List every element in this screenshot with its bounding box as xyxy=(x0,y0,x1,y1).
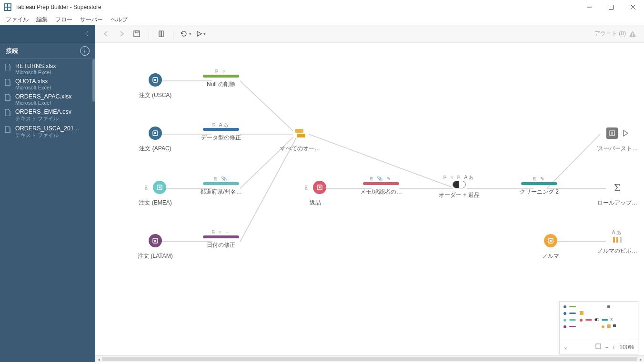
sidebar-collapse-button[interactable]: 〈 xyxy=(0,25,95,43)
window-close-button[interactable] xyxy=(622,0,644,14)
join-icon xyxy=(453,181,466,188)
connections-list: RETURNS.xlsxMicrosoft Excel QUOTA.xlsxMi… xyxy=(0,59,95,144)
clean-step-bar xyxy=(203,75,239,78)
connection-type: テキスト ファイル xyxy=(15,132,80,139)
node-input-orders-latam[interactable]: 注文 (LATAM) xyxy=(131,232,179,260)
node-label: 注文 (USCA) xyxy=(131,91,179,99)
node-label: 注文 (LATAM) xyxy=(131,252,179,260)
svg-rect-39 xyxy=(154,240,156,242)
node-clean-fix-date[interactable]: ⎘ ▽ ⋯ 日付の修正 xyxy=(197,229,245,249)
datasource-icon xyxy=(544,234,557,247)
node-label: 注文 (APAC) xyxy=(131,145,179,153)
connections-header: 接続 xyxy=(6,47,18,55)
minimap-collapse-button[interactable]: ⌄ xyxy=(564,344,568,350)
connection-item[interactable]: QUOTA.xlsxMicrosoft Excel xyxy=(0,77,95,92)
run-output-icon[interactable] xyxy=(623,130,628,137)
clean-step-bar xyxy=(363,182,399,185)
svg-rect-36 xyxy=(319,186,321,188)
forward-button[interactable] xyxy=(115,28,128,40)
connections-sidebar: 〈 接続 + RETURNS.xlsxMicrosoft Excel QUOTA… xyxy=(0,25,95,362)
svg-rect-42 xyxy=(613,237,615,243)
main-area: ▾ ▾ アラート (0) xyxy=(95,25,644,362)
svg-rect-10 xyxy=(632,33,633,35)
svg-rect-41 xyxy=(550,240,552,242)
node-label: 日付の修正 xyxy=(197,241,245,249)
refresh-button[interactable]: ▾ xyxy=(179,28,191,40)
step-changes-icon: ⎘ ▽ xyxy=(197,68,245,74)
step-changes-icon: ⎘ 📎 ✎ xyxy=(357,176,405,182)
node-input-quota[interactable]: ノルマ xyxy=(527,232,574,260)
toolbar-separator xyxy=(149,29,149,39)
svg-rect-0 xyxy=(5,4,7,7)
connection-name: QUOTA.xlsx xyxy=(15,78,51,85)
node-label: オーダー + 返品 xyxy=(435,191,483,199)
step-changes-icon: ⎘ ▽ ⎘ Aあ xyxy=(435,174,483,180)
svg-line-16 xyxy=(240,81,293,131)
file-icon xyxy=(5,126,11,135)
node-join-orders-returns[interactable]: ⎘ ▽ ⎘ Aあ オーダー + 返品 xyxy=(435,174,483,199)
clean-step-bar xyxy=(203,182,239,185)
node-input-orders-apac[interactable]: 注文 (APAC) xyxy=(131,125,179,153)
node-clean-null-remove[interactable]: ⎘ ▽ Null の削除 xyxy=(197,68,245,88)
node-label: Null の削除 xyxy=(197,80,245,88)
run-flow-button[interactable]: ▾ xyxy=(194,28,207,40)
add-connection-button[interactable]: + xyxy=(80,46,90,56)
canvas-horizontal-scrollbar[interactable]: ◂ ▸ xyxy=(95,355,644,362)
save-button[interactable] xyxy=(131,28,143,40)
node-union-all-orders[interactable]: すべてのオー… xyxy=(276,125,324,153)
node-pivot-quota[interactable]: Aあ ノルマのピボ… xyxy=(594,229,641,255)
connection-item[interactable]: ORDERS_EMEA.csvテキスト ファイル xyxy=(0,108,95,124)
alerts-label: アラート (0) xyxy=(594,29,626,38)
node-label: すべてのオー… xyxy=(276,145,324,153)
connection-type: テキスト ファイル xyxy=(15,115,71,122)
file-icon xyxy=(5,94,11,103)
node-clean-cleaning2[interactable]: ⎘ ✎ クリーニング 2 xyxy=(515,176,563,196)
node-label: 返品 xyxy=(292,199,339,207)
menu-flow[interactable]: フロー xyxy=(51,15,76,25)
data-sample-button[interactable] xyxy=(155,28,167,40)
warning-icon xyxy=(629,30,636,37)
node-label: 都道府県/州名… xyxy=(197,188,245,196)
menu-server[interactable]: サーバー xyxy=(76,15,107,25)
menu-help[interactable]: ヘルプ xyxy=(107,15,131,25)
zoom-fit-button[interactable] xyxy=(595,343,601,351)
scroll-right-button[interactable]: ▸ xyxy=(637,356,644,362)
node-output-superstore[interactable]: 'スーパースト… xyxy=(594,125,641,153)
node-clean-memo-approver[interactable]: ⎘ 📎 ✎ メモ/承認者の… xyxy=(357,176,405,196)
zoom-in-button[interactable]: + xyxy=(612,344,615,351)
node-input-orders-emea[interactable]: ⎘ 注文 (EMEA) xyxy=(131,179,179,207)
window-minimize-button[interactable] xyxy=(578,0,600,14)
svg-rect-5 xyxy=(609,5,614,9)
svg-rect-34 xyxy=(159,186,161,188)
window-maximize-button[interactable] xyxy=(600,0,622,14)
scrollbar-thumb[interactable] xyxy=(102,357,637,361)
step-changes-icon: ⎘ xyxy=(305,185,308,190)
scroll-left-button[interactable]: ◂ xyxy=(95,356,102,362)
connection-item[interactable]: ORDERS_USCA_201…テキスト ファイル xyxy=(0,124,95,141)
connection-item[interactable]: ORDERS_APAC.xlsxMicrosoft Excel xyxy=(0,92,95,108)
flow-canvas[interactable]: 注文 (USCA) ⎘ ▽ Null の削除 注文 (APAC) ⎘ Aあ デー… xyxy=(95,43,644,362)
node-input-returns[interactable]: ⎘ 返品 xyxy=(292,179,339,207)
node-clean-pref-state[interactable]: ⎘ 📎 都道府県/州名… xyxy=(197,176,245,196)
back-button[interactable] xyxy=(100,28,112,40)
svg-rect-44 xyxy=(620,237,622,243)
datasource-icon xyxy=(149,73,162,87)
connection-name: ORDERS_APAC.xlsx xyxy=(15,93,72,100)
node-label: ノルマ xyxy=(527,252,574,260)
menu-file[interactable]: ファイル xyxy=(2,15,32,25)
node-label: ノルマのピボ… xyxy=(594,247,641,255)
zoom-out-button[interactable]: − xyxy=(605,344,608,351)
minimap[interactable]: Σ ⌄ − + 100% xyxy=(559,301,638,354)
connection-name: ORDERS_EMEA.csv xyxy=(15,108,71,115)
node-aggregate-rollup[interactable]: Σ ロールアップ… xyxy=(594,179,641,207)
output-icon xyxy=(606,127,618,139)
connection-item[interactable]: RETURNS.xlsxMicrosoft Excel xyxy=(0,62,95,77)
node-clean-fix-types[interactable]: ⎘ Aあ データ型の修正 xyxy=(197,122,245,142)
svg-rect-3 xyxy=(8,8,10,10)
aggregate-icon: Σ xyxy=(594,179,641,196)
menu-edit[interactable]: 編集 xyxy=(32,15,51,25)
alerts-indicator[interactable]: アラート (0) xyxy=(594,29,636,38)
node-input-orders-usca[interactable]: 注文 (USCA) xyxy=(131,71,179,99)
connection-name: RETURNS.xlsx xyxy=(15,63,56,69)
step-changes-icon: ⎘ xyxy=(145,185,148,190)
